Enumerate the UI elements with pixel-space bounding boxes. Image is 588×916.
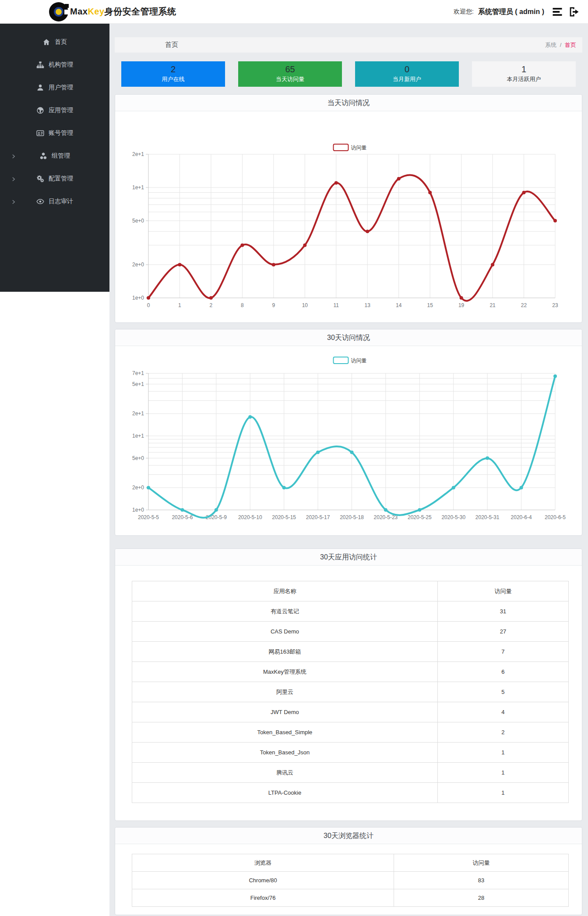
sidebar-item-2[interactable]: 用户管理 <box>0 76 109 99</box>
cell-name: 有道云笔记 <box>132 601 438 622</box>
breadcrumb: 系统 / 首页 <box>545 41 582 49</box>
data-point-marker[interactable] <box>384 508 387 512</box>
table-row: Token_Based_Simple2 <box>132 722 569 743</box>
x-axis-tick-label: 23 <box>552 302 558 308</box>
chart-canvas[interactable]: 1e+02e+05e+01e+12e+101289101113141519212… <box>115 111 583 322</box>
sidebar-item-0[interactable]: 首页 <box>0 31 109 53</box>
chart-legend[interactable]: 访问量 <box>334 357 367 364</box>
eye-icon <box>36 198 44 205</box>
sidebar-item-label: 机构管理 <box>49 61 73 69</box>
data-point-marker[interactable] <box>350 450 354 454</box>
daily-visits-chart[interactable]: 1e+02e+05e+01e+12e+101289101113141519212… <box>115 111 582 322</box>
data-point-marker[interactable] <box>303 244 306 247</box>
x-axis-tick-label: 11 <box>334 302 339 308</box>
y-axis-tick-label: 5e+0 <box>132 455 144 461</box>
data-point-marker[interactable] <box>366 230 369 233</box>
cell-name: Token_Based_Simple <box>132 722 438 743</box>
user-icon <box>36 84 44 92</box>
data-point-marker[interactable] <box>428 191 432 195</box>
sidebar-item-label: 用户管理 <box>49 84 73 92</box>
data-point-marker[interactable] <box>553 375 557 378</box>
sidebar-item-4[interactable]: 账号管理 <box>0 122 109 145</box>
data-point-marker[interactable] <box>180 508 184 512</box>
data-point-marker[interactable] <box>334 181 338 185</box>
page-title: 首页 <box>115 41 178 49</box>
x-axis-tick-label: 2020-5-30 <box>441 514 465 520</box>
cell-name: JWT Demo <box>132 702 438 722</box>
y-axis-tick-label: 5e+1 <box>132 381 144 387</box>
stat-value: 0 <box>355 61 459 74</box>
chart-legend[interactable]: 访问量 <box>334 144 367 151</box>
sidebar-item-1[interactable]: 机构管理 <box>0 53 109 76</box>
monthly-visits-chart[interactable]: 1e+02e+05e+01e+12e+15e+17e+12020-5-52020… <box>115 346 582 535</box>
breadcrumb-separator: / <box>560 42 562 48</box>
breadcrumb-current[interactable]: 首页 <box>565 42 576 48</box>
cell-visits: 31 <box>437 601 568 622</box>
x-axis-tick-label: 14 <box>396 302 402 308</box>
menu-list-icon[interactable] <box>551 6 563 18</box>
y-axis-tick-label: 7e+1 <box>132 370 144 376</box>
data-point-marker[interactable] <box>316 450 320 454</box>
data-point-marker[interactable] <box>397 177 401 180</box>
panel-browser-stats: 30天浏览器统计 浏览器访问量Chrome/8083Firefox/7628 <box>115 827 582 915</box>
app-header: MaxKey身份安全管理系统 欢迎您: 系统管理员 ( admin ) <box>0 0 588 24</box>
logo-text-suffix: 身份安全管理系统 <box>105 7 176 16</box>
data-point-marker[interactable] <box>147 486 150 489</box>
x-axis-tick-label: 22 <box>521 302 527 308</box>
chevron-right-icon[interactable] <box>12 176 15 181</box>
data-point-marker[interactable] <box>452 486 455 489</box>
sidebar-item-3[interactable]: 应用管理 <box>0 99 109 122</box>
data-point-marker[interactable] <box>553 219 557 223</box>
table-row: 网易163邮箱7 <box>132 642 569 662</box>
data-point-marker[interactable] <box>240 244 244 247</box>
logout-icon[interactable] <box>568 6 580 18</box>
cell-visits: 83 <box>394 872 569 889</box>
sidebar-item-7[interactable]: 日志审计 <box>0 190 109 213</box>
id-card-icon <box>36 129 44 137</box>
x-axis-tick-label: 2020-5-10 <box>238 514 262 520</box>
x-axis-tick-label: 2020-5-17 <box>306 514 330 520</box>
stat-label: 本月活跃用户 <box>472 75 576 83</box>
data-point-marker[interactable] <box>282 486 286 489</box>
chevron-right-icon[interactable] <box>12 153 15 159</box>
x-axis-tick-label: 9 <box>272 302 275 308</box>
data-point-marker[interactable] <box>522 191 526 195</box>
data-point-marker[interactable] <box>209 296 213 300</box>
x-axis-tick-label: 2 <box>210 302 213 308</box>
table-row: 阿里云5 <box>132 682 569 702</box>
data-point-marker[interactable] <box>272 263 275 266</box>
x-axis-tick-label: 15 <box>427 302 433 308</box>
table-row: JWT Demo4 <box>132 702 569 722</box>
stat-card-3: 1本月活跃用户 <box>472 61 576 87</box>
x-axis-tick-label: 2020-5-15 <box>272 514 296 520</box>
legend-marker-icon <box>334 144 349 151</box>
data-point-marker[interactable] <box>520 486 523 489</box>
data-point-marker[interactable] <box>486 456 489 460</box>
data-point-marker[interactable] <box>460 296 463 300</box>
data-point-marker[interactable] <box>418 508 421 512</box>
sitemap-icon <box>36 61 44 69</box>
data-point-marker[interactable] <box>215 508 218 512</box>
column-header: 访问量 <box>437 581 568 601</box>
series-line[interactable] <box>148 175 555 301</box>
panel-browser-stats-title: 30天浏览器统计 <box>115 828 582 844</box>
cell-name: LTPA-Cookie <box>132 783 438 803</box>
data-point-marker[interactable] <box>491 263 494 266</box>
y-axis-tick-label: 5e+0 <box>132 218 144 224</box>
stat-col-1: 65当天访问量 <box>232 61 349 87</box>
breadcrumb-root[interactable]: 系统 <box>545 42 556 48</box>
stat-col-2: 0当月新用户 <box>349 61 465 87</box>
chart-canvas[interactable]: 1e+02e+05e+01e+12e+15e+17e+12020-5-52020… <box>115 346 583 535</box>
sidebar-item-6[interactable]: 配置管理 <box>0 167 109 190</box>
stat-label: 当天访问量 <box>238 75 342 83</box>
table-row: Chrome/8083 <box>132 872 569 889</box>
stat-value: 1 <box>472 61 576 74</box>
sidebar-item-5[interactable]: 组管理 <box>0 145 109 167</box>
data-point-marker[interactable] <box>147 296 150 300</box>
panel-daily-title: 当天访问情况 <box>115 95 582 111</box>
x-axis-tick-label: 2020-6-5 <box>545 514 566 520</box>
chevron-right-icon[interactable] <box>12 199 15 204</box>
data-point-marker[interactable] <box>178 263 181 266</box>
x-axis-tick-label: 10 <box>302 302 308 308</box>
data-point-marker[interactable] <box>248 415 252 419</box>
